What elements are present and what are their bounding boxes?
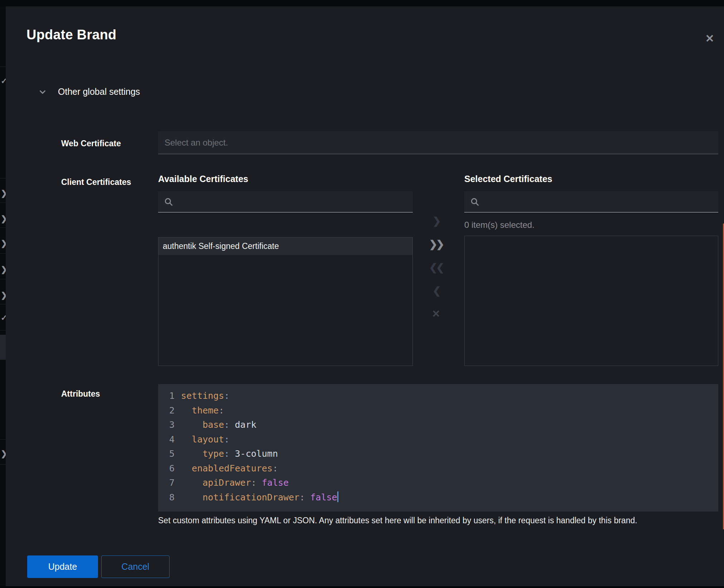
available-search[interactable] <box>158 191 413 212</box>
code-line: 3 base: dark <box>158 418 718 432</box>
line-number: 6 <box>162 461 175 476</box>
selected-search[interactable] <box>464 191 718 212</box>
chevron-right-icon-fragment: ❯ <box>1 215 6 223</box>
code-line: 2 theme: <box>158 403 718 418</box>
line-number: 3 <box>162 418 175 432</box>
chevron-right-icon-fragment: ❯ <box>1 190 6 197</box>
sidebar-separator <box>0 439 6 440</box>
search-icon <box>470 197 479 206</box>
screen: ✓❯❯❯❯❯✓❯ Update Brand ✕ Other global set… <box>0 0 724 588</box>
code-line: 1settings: <box>158 389 718 403</box>
sidebar-separator <box>0 67 6 67</box>
chevron-right-icon-fragment: ❯ <box>1 291 6 299</box>
line-number: 5 <box>162 447 175 461</box>
background-sidebar: ✓❯❯❯❯❯✓❯ <box>0 6 6 588</box>
attributes-help-text: Set custom attributes using YAML or JSON… <box>158 516 695 525</box>
sidebar-separator <box>0 464 6 465</box>
check-icon-fragment: ✓ <box>1 314 6 322</box>
available-certificates-heading: Available Certificates <box>158 174 248 184</box>
sidebar-separator <box>0 202 6 203</box>
line-number: 2 <box>162 403 175 418</box>
sidebar-separator <box>0 227 6 228</box>
available-search-input[interactable] <box>177 197 407 207</box>
selected-certificates-list <box>464 236 718 366</box>
close-icon[interactable]: ✕ <box>702 31 718 46</box>
update-brand-modal: Update Brand ✕ Other global settings Web… <box>6 6 724 587</box>
chevron-down-icon <box>39 88 47 96</box>
client-certificates-label: Client Certificates <box>61 177 131 187</box>
web-certificate-input[interactable] <box>158 131 718 154</box>
sidebar-separator <box>0 330 6 330</box>
move-all-left-button[interactable]: ❮❮ <box>426 258 446 277</box>
code-line: 6 enabledFeatures: <box>158 461 718 476</box>
code-line: 4 layout: <box>158 432 718 447</box>
selected-search-input[interactable] <box>484 197 713 207</box>
sidebar-active-item-fragment <box>0 335 6 360</box>
clear-selection-button[interactable]: ✕ <box>426 304 446 324</box>
check-icon-fragment: ✓ <box>1 77 6 85</box>
sidebar-separator <box>0 304 6 304</box>
cancel-button[interactable]: Cancel <box>101 555 170 578</box>
chevron-right-icon-fragment: ❯ <box>1 266 6 274</box>
chevron-right-icon-fragment: ❯ <box>1 240 6 248</box>
move-selected-left-button[interactable]: ❮ <box>426 281 446 300</box>
code-line: 5 type: 3-column <box>158 447 718 461</box>
page-title: Update Brand <box>26 27 117 43</box>
update-button[interactable]: Update <box>27 555 98 578</box>
code-line: 7 apiDrawer: false <box>158 476 718 490</box>
search-icon <box>164 197 173 206</box>
section-label: Other global settings <box>58 87 140 97</box>
selected-certificates-heading: Selected Certificates <box>464 174 552 184</box>
selected-count-status: 0 item(s) selected. <box>464 220 534 230</box>
line-number: 8 <box>162 490 175 505</box>
line-number: 1 <box>162 389 175 403</box>
page-bottom-edge <box>0 586 724 588</box>
move-all-right-button[interactable]: ❯❯ <box>426 235 446 254</box>
line-number: 4 <box>162 432 175 447</box>
available-certificate-item[interactable]: authentik Self-signed Certificate <box>158 237 412 255</box>
line-number: 7 <box>162 476 175 490</box>
code-line: 8 notificationDrawer: false <box>158 490 718 505</box>
page-top-bar <box>0 0 724 6</box>
move-selected-right-button[interactable]: ❯ <box>426 211 446 231</box>
sidebar-separator <box>0 253 6 254</box>
available-certificates-list: authentik Self-signed Certificate <box>158 237 413 366</box>
sidebar-separator <box>0 178 6 178</box>
text-cursor <box>337 491 338 502</box>
section-toggle-other-global-settings[interactable]: Other global settings <box>39 87 140 97</box>
chevron-right-icon-fragment: ❯ <box>1 450 6 458</box>
attributes-code-editor[interactable]: 1settings:2 theme:3 base: dark4 layout:5… <box>158 384 718 511</box>
web-certificate-label: Web Certificate <box>61 139 121 148</box>
attributes-label: Attributes <box>61 389 100 399</box>
sidebar-separator <box>0 279 6 279</box>
